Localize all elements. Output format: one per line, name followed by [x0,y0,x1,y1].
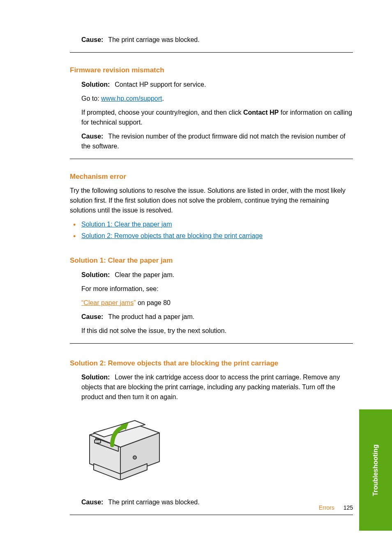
solution1-block: Solution:Clear the paper jam. For more i… [70,270,353,336]
firmware-goto: Go to: www.hp.com/support. [81,94,353,104]
solution2-heading: Solution 2: Remove objects that are bloc… [70,358,353,369]
svg-point-7 [133,456,136,459]
firmware-prompt: If prompted, choose your country/region,… [81,108,353,127]
solution-links-list: Solution 1: Clear the paper jam Solution… [70,220,353,241]
clear-paper-jams-link[interactable]: Clear paper jams [83,299,134,306]
solution1-moreinfo: For more information, see: [81,284,353,294]
side-tab-label: Troubleshooting [371,444,380,496]
solution-label: Solution: [81,271,110,278]
solution1-cause: Cause:The product had a paper jam. [81,312,353,322]
footer-page-number: 125 [344,504,353,511]
cause-label: Cause: [81,36,103,43]
cause-label: Cause: [81,313,103,320]
cause-label: Cause: [81,499,103,506]
goto-suffix: . [162,95,164,102]
cause-text: The print carriage was blocked. [108,499,199,506]
mechanism-intro: Try the following solutions to resolve t… [70,186,353,215]
top-cause-para: Cause:The print carriage was blocked. [81,35,353,45]
solution-text: Clear the paper jam. [115,271,174,278]
solution1-next: If this did not solve the issue, try the… [81,326,353,336]
list-item: Solution 1: Clear the paper jam [70,220,353,229]
solution-text: Contact HP support for service. [115,81,206,88]
cause-text: The product had a paper jam. [108,313,194,320]
solution1-link[interactable]: Solution 1: Clear the paper jam [81,221,172,228]
mechanism-heading: Mechanism error [70,171,353,182]
printer-open-lid-illustration [81,410,353,483]
divider [70,52,353,53]
solution2-solution: Solution:Lower the ink cartridge access … [81,372,353,402]
svg-rect-8 [95,440,101,443]
solution2-link[interactable]: Solution 2: Remove objects that are bloc… [81,232,263,239]
cause-text: The revision number of the product firmw… [81,133,346,150]
cause-label: Cause: [81,133,103,140]
side-tab: Troubleshooting [359,409,392,531]
solution2-cause: Cause:The print carriage was blocked. [81,497,353,507]
goto-prefix: Go to: [81,95,101,102]
solution-text: Lower the ink cartridge access door to a… [81,374,340,400]
top-cause-block: Cause:The print carriage was blocked. [70,35,353,45]
firmware-solution: Solution:Contact HP support for service. [81,80,353,90]
solution2-block: Solution:Lower the ink cartridge access … [70,372,353,507]
cause-text: The print carriage was blocked. [108,36,199,43]
solution1-heading: Solution 1: Clear the paper jam [70,255,353,266]
link-suffix: on page 80 [136,299,171,306]
page-content: Cause:The print carriage was blocked. Fi… [0,0,392,540]
printer-icon [81,410,164,480]
solution1-link-para: “Clear paper jams” on page 80 [81,298,353,308]
firmware-heading: Firmware revision mismatch [70,65,353,76]
support-link[interactable]: www.hp.com/support [101,95,162,102]
divider [70,343,353,344]
prompt-bold: Contact HP [243,109,279,116]
solution-label: Solution: [81,81,110,88]
solution1-solution: Solution:Clear the paper jam. [81,270,353,280]
divider [70,159,353,159]
list-item: Solution 2: Remove objects that are bloc… [70,231,353,241]
divider [70,515,353,515]
firmware-block: Solution:Contact HP support for service.… [70,80,353,151]
firmware-cause: Cause:The revision number of the product… [81,132,353,151]
page-footer: Errors 125 [319,504,353,512]
footer-section: Errors [319,504,334,511]
solution-label: Solution: [81,374,110,381]
prompt-prefix: If prompted, choose your country/region,… [81,109,243,116]
